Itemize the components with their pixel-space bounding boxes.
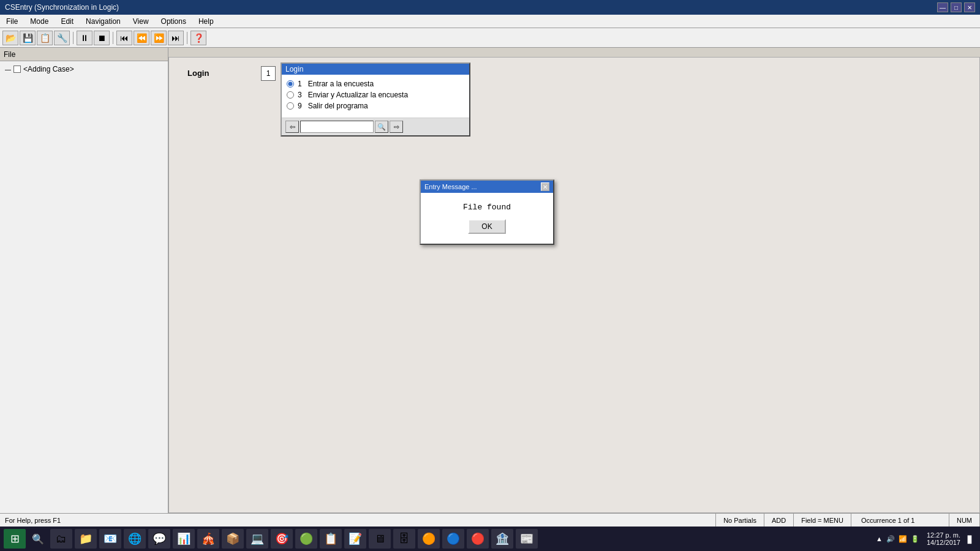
- q-panel-title: Login: [282, 64, 469, 75]
- status-occurrence: Occurrence 1 of 1: [851, 514, 949, 527]
- nav-back-btn[interactable]: ⇦: [285, 121, 299, 133]
- taskbar-arrow-icon[interactable]: ▲: [876, 535, 883, 542]
- taskbar-task-view[interactable]: 🗂: [50, 529, 72, 549]
- content-area: Login 1 Login 1 Entrar a la encuesta 3 E…: [168, 48, 980, 513]
- entry-message-dialog: Entry Message ... ✕ File found OK: [420, 179, 554, 245]
- title-bar: CSEntry (Synchronization in Logic) — □ ✕: [0, 0, 980, 15]
- close-button[interactable]: ✕: [964, 2, 975, 12]
- taskbar-app-teal[interactable]: 🔵: [442, 529, 464, 549]
- status-num-label: NUM: [957, 517, 972, 524]
- taskbar-app-bank[interactable]: 🏦: [491, 529, 513, 549]
- taskbar-app-cs[interactable]: 📋: [320, 529, 342, 549]
- menu-file[interactable]: File: [2, 16, 21, 27]
- taskbar-system-tray: ▲ 🔊 📶 🔋: [871, 535, 924, 543]
- taskbar-time-display: 12:27 p. m.: [927, 531, 960, 539]
- toolbar-next-btn[interactable]: ⏩: [151, 31, 167, 45]
- taskbar-file-explorer[interactable]: 📁: [75, 529, 97, 549]
- radio-input-3[interactable]: [287, 91, 294, 99]
- login-label: Login: [187, 69, 209, 78]
- sidebar-header: File: [0, 48, 168, 61]
- toolbar-pause-btn[interactable]: ⏸: [77, 31, 92, 45]
- status-bar: For Help, press F1 No Partials ADD Field…: [0, 513, 980, 527]
- toolbar-first-btn[interactable]: ⏮: [116, 31, 132, 45]
- status-no-partials-label: No Partials: [723, 517, 756, 524]
- toolbar-settings-btn[interactable]: 🔧: [54, 31, 70, 45]
- dialog-message: File found: [428, 203, 546, 212]
- menu-help[interactable]: Help: [195, 16, 217, 27]
- taskbar-skype[interactable]: 💬: [148, 529, 170, 549]
- status-help-text: For Help, press F1: [5, 517, 61, 524]
- radio-label-1: 1 Entrar a la encuesta: [298, 80, 374, 88]
- status-field: Field = MENU: [794, 514, 851, 527]
- nav-forward-btn[interactable]: ⇨: [390, 121, 403, 133]
- status-field-label: Field = MENU: [801, 517, 843, 524]
- toolbar-open-btn[interactable]: 📂: [2, 31, 18, 45]
- start-button[interactable]: ⊞: [4, 529, 26, 549]
- login-question-panel: Login 1 Entrar a la encuesta 3 Enviar y …: [281, 62, 470, 137]
- status-mode: ADD: [764, 514, 794, 527]
- taskbar-app-pink[interactable]: 🎪: [197, 529, 219, 549]
- radio-label-3: 3 Enviar y Actualizar la encuesta: [298, 91, 408, 99]
- nav-search-btn[interactable]: 🔍: [375, 121, 388, 133]
- toolbar-save-btn[interactable]: 💾: [20, 31, 36, 45]
- radio-label-9: 9 Salir del programa: [298, 102, 368, 110]
- taskbar-app-news[interactable]: 📰: [516, 529, 538, 549]
- taskbar-search-button[interactable]: 🔍: [28, 529, 48, 549]
- q-panel-nav: ⇦ 🔍 ⇨: [282, 118, 469, 135]
- sidebar-header-label: File: [4, 50, 15, 59]
- toolbar-last-btn[interactable]: ⏭: [168, 31, 184, 45]
- toolbar-stop-btn[interactable]: ⏹: [94, 31, 110, 45]
- login-number-box: 1: [261, 66, 276, 81]
- status-help: For Help, press F1: [0, 514, 716, 527]
- dialog-ok-button[interactable]: OK: [468, 219, 505, 234]
- taskbar-email[interactable]: 📧: [99, 529, 121, 549]
- menu-view[interactable]: View: [129, 16, 153, 27]
- radio-option-1[interactable]: 1 Entrar a la encuesta: [287, 80, 464, 88]
- taskbar-chrome[interactable]: 🌐: [124, 529, 146, 549]
- taskbar-app-blue[interactable]: 💻: [246, 529, 268, 549]
- taskbar-clock[interactable]: 12:27 p. m. 14/12/2017: [927, 531, 960, 546]
- toolbar-prev-btn[interactable]: ⏪: [134, 31, 149, 45]
- taskbar-battery-icon[interactable]: 🔋: [911, 535, 919, 543]
- status-num: NUM: [949, 514, 980, 527]
- taskbar-app-orange[interactable]: 🟠: [418, 529, 440, 549]
- radio-input-9[interactable]: [287, 102, 294, 110]
- taskbar-speaker-icon[interactable]: 🔊: [886, 535, 895, 543]
- q-panel-body: 1 Entrar a la encuesta 3 Enviar y Actual…: [282, 75, 469, 118]
- dialog-close-button[interactable]: ✕: [541, 182, 549, 191]
- menu-mode[interactable]: Mode: [26, 16, 52, 27]
- taskbar-excel[interactable]: 📊: [173, 529, 195, 549]
- tree-item-adding-case[interactable]: — <Adding Case>: [2, 64, 165, 75]
- menu-navigation[interactable]: Navigation: [82, 16, 124, 27]
- taskbar-date-display: 14/12/2017: [927, 539, 960, 546]
- taskbar-app-dbase[interactable]: 🗄: [393, 529, 415, 549]
- taskbar-network-icon[interactable]: 📶: [899, 535, 907, 543]
- toolbar-separator-3: [187, 32, 187, 44]
- radio-option-3[interactable]: 3 Enviar y Actualizar la encuesta: [287, 91, 464, 99]
- tree-checkbox[interactable]: [13, 66, 21, 73]
- radio-option-9[interactable]: 9 Salir del programa: [287, 102, 464, 110]
- taskbar-app-yellow[interactable]: 📦: [222, 529, 244, 549]
- taskbar-app-multi[interactable]: 🎯: [271, 529, 293, 549]
- title-bar-title: CSEntry (Synchronization in Logic): [5, 3, 119, 12]
- taskbar-word[interactable]: 📝: [344, 529, 366, 549]
- taskbar-app-network[interactable]: 🖥: [369, 529, 391, 549]
- menu-options[interactable]: Options: [157, 16, 190, 27]
- maximize-button[interactable]: □: [951, 2, 962, 12]
- dialog-title-text: Entry Message ...: [424, 183, 477, 190]
- taskbar: ⊞ 🔍 🗂 📁 📧 🌐 💬 📊 🎪 📦 💻 🎯 🟢 📋 📝 🖥 🗄 🟠 🔵 🔴 …: [0, 527, 980, 551]
- toolbar: 📂 💾 📋 🔧 ⏸ ⏹ ⏮ ⏪ ⏩ ⏭ ❓: [0, 28, 980, 48]
- toolbar-help-btn[interactable]: ❓: [190, 31, 206, 45]
- minimize-button[interactable]: —: [937, 2, 948, 12]
- taskbar-show-desktop[interactable]: ▮: [963, 532, 976, 545]
- toolbar-copy-btn[interactable]: 📋: [37, 31, 53, 45]
- title-bar-controls: — □ ✕: [937, 2, 975, 12]
- menu-edit[interactable]: Edit: [57, 16, 77, 27]
- nav-input[interactable]: [300, 121, 374, 133]
- menu-bar: File Mode Edit Navigation View Options H…: [0, 15, 980, 28]
- taskbar-app-red[interactable]: 🔴: [467, 529, 489, 549]
- status-no-partials: No Partials: [716, 514, 764, 527]
- radio-input-1[interactable]: [287, 80, 294, 88]
- tree-expand-icon: —: [5, 66, 11, 73]
- taskbar-app-green[interactable]: 🟢: [295, 529, 317, 549]
